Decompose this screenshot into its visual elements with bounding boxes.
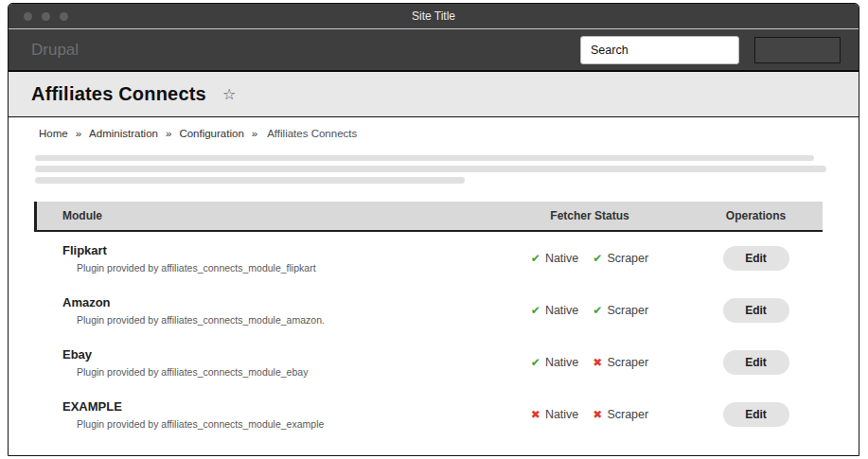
table-row: EXAMPLE Plugin provided by affiliates_co… (34, 388, 823, 440)
breadcrumb-separator: » (166, 128, 171, 139)
breadcrumb-item-current: Affiliates Connects (267, 128, 357, 139)
check-icon: ✔ (531, 253, 540, 264)
page-title: Affiliates Connects (31, 83, 206, 105)
scraper-status-label: Scraper (607, 356, 648, 369)
browser-window: Site Title Drupal Affiliates Connects ☆ … (8, 3, 859, 456)
breadcrumb-item-configuration[interactable]: Configuration (179, 128, 243, 139)
fetcher-status-cell: ✔ Native ✔ Scraper (490, 304, 689, 317)
scraper-status-label: Scraper (607, 304, 648, 317)
module-name: Amazon (62, 295, 490, 309)
check-icon: ✔ (531, 357, 540, 368)
table-row: Amazon Plugin provided by affiliates_con… (34, 284, 823, 336)
breadcrumb-item-administration[interactable]: Administration (89, 128, 158, 139)
fetcher-status-cell: ✔ Native ✖ Scraper (490, 356, 689, 369)
module-description: Plugin provided by affiliates_connects_m… (62, 418, 490, 430)
operations-cell: Edit (689, 402, 823, 427)
table-header-row: Module Fetcher Status Operations (34, 202, 823, 232)
skeleton-line (35, 155, 814, 161)
table-body: Flipkart Plugin provided by affiliates_c… (34, 232, 823, 440)
operations-cell: Edit (689, 350, 823, 375)
scraper-status: ✖ Scraper (593, 408, 648, 421)
table-row: Flipkart Plugin provided by affiliates_c… (34, 232, 823, 284)
module-description: Plugin provided by affiliates_connects_m… (62, 262, 490, 274)
placeholder-text-block (35, 155, 830, 184)
breadcrumb-item-home[interactable]: Home (39, 128, 68, 139)
edit-button[interactable]: Edit (723, 246, 789, 271)
window-title: Site Title (9, 9, 859, 23)
native-status: ✔ Native (531, 304, 579, 317)
column-header-fetcher-status: Fetcher Status (490, 209, 689, 222)
cross-icon: ✖ (593, 409, 602, 420)
column-header-operations: Operations (689, 209, 823, 222)
scraper-status: ✖ Scraper (593, 356, 648, 369)
breadcrumb: Home » Administration » Configuration » … (39, 128, 859, 139)
scraper-status-label: Scraper (607, 408, 648, 421)
cross-icon: ✖ (531, 409, 540, 420)
fetcher-status-cell: ✔ Native ✔ Scraper (490, 252, 689, 265)
site-logo-text[interactable]: Drupal (31, 41, 79, 60)
modules-table: Module Fetcher Status Operations Flipkar… (34, 202, 823, 440)
scraper-status-label: Scraper (607, 252, 648, 265)
native-status: ✔ Native (531, 356, 579, 369)
scraper-status: ✔ Scraper (593, 252, 648, 265)
table-row: Ebay Plugin provided by affiliates_conne… (34, 336, 823, 388)
module-cell: Ebay Plugin provided by affiliates_conne… (34, 347, 490, 378)
cross-icon: ✖ (593, 357, 602, 368)
star-icon[interactable]: ☆ (222, 85, 236, 103)
fetcher-status-cell: ✖ Native ✖ Scraper (490, 408, 689, 421)
module-name: Ebay (62, 347, 490, 362)
module-cell: EXAMPLE Plugin provided by affiliates_co… (34, 399, 490, 430)
module-name: EXAMPLE (62, 399, 490, 414)
edit-button[interactable]: Edit (723, 350, 789, 375)
check-icon: ✔ (531, 305, 540, 316)
native-status: ✔ Native (531, 252, 579, 265)
main-content: Home » Administration » Configuration » … (9, 117, 859, 455)
operations-cell: Edit (689, 246, 823, 271)
site-header: Drupal (9, 29, 859, 72)
edit-button[interactable]: Edit (723, 402, 789, 427)
native-status-label: Native (545, 304, 578, 317)
module-cell: Amazon Plugin provided by affiliates_con… (34, 295, 490, 326)
module-cell: Flipkart Plugin provided by affiliates_c… (34, 243, 490, 274)
skeleton-line (35, 177, 465, 184)
skeleton-line (35, 166, 826, 172)
operations-cell: Edit (689, 298, 823, 323)
search-input[interactable] (580, 36, 739, 64)
page-title-bar: Affiliates Connects ☆ (9, 72, 859, 117)
module-description: Plugin provided by affiliates_connects_m… (62, 314, 490, 326)
native-status-label: Native (545, 408, 578, 421)
edit-button[interactable]: Edit (723, 298, 789, 323)
native-status-label: Native (545, 252, 578, 265)
column-header-module: Module (37, 209, 490, 222)
check-icon: ✔ (593, 305, 602, 316)
scraper-status: ✔ Scraper (593, 304, 648, 317)
breadcrumb-separator: » (76, 128, 81, 139)
breadcrumb-separator: » (252, 128, 257, 139)
module-description: Plugin provided by affiliates_connects_m… (62, 366, 490, 378)
native-status: ✖ Native (531, 408, 579, 421)
native-status-label: Native (545, 356, 578, 369)
header-placeholder-button[interactable] (754, 37, 841, 63)
module-name: Flipkart (62, 243, 490, 257)
check-icon: ✔ (593, 253, 602, 264)
os-title-bar: Site Title (9, 4, 859, 29)
